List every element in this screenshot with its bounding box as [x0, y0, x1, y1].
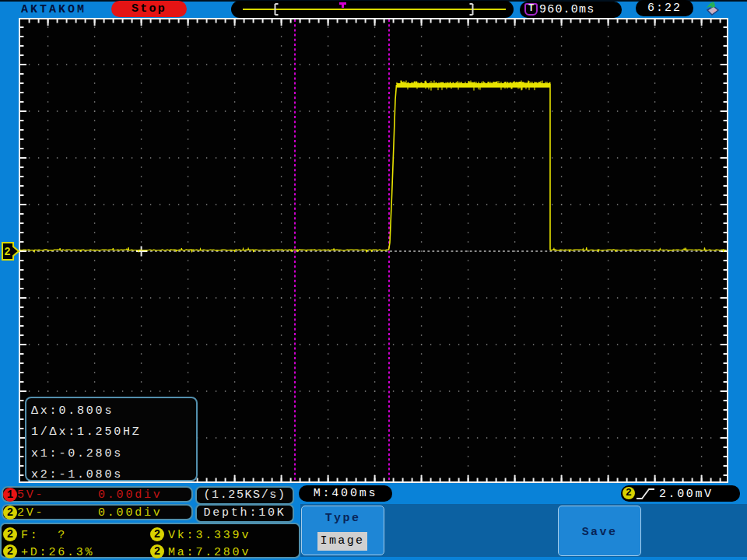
- svg-text:2: 2: [4, 246, 10, 258]
